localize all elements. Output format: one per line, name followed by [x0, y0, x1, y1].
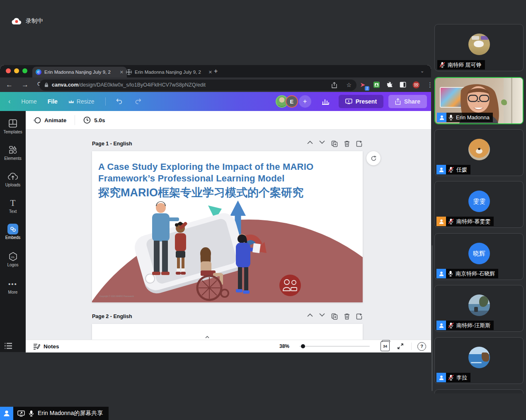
participant-tile[interactable]: 任媛: [434, 129, 524, 176]
elements-icon: [0, 145, 26, 155]
duplicate-page-icon[interactable]: [331, 313, 338, 320]
extensions-row: 2 ⋮: [359, 77, 433, 92]
sidebar-item-text[interactable]: T Text: [0, 198, 26, 214]
slide-title[interactable]: A Case Study Exploring the Impact of the…: [98, 161, 313, 200]
move-page-down-icon[interactable]: [319, 140, 325, 144]
participant-tile[interactable]: 南特师-汪斯斯: [434, 285, 524, 332]
participant-tile-active-speaker[interactable]: Erin Madonna: [434, 77, 524, 124]
grid-view-button[interactable]: 34: [381, 341, 390, 351]
participant-namebar: 李拉: [446, 373, 470, 382]
more-dots-icon: •••: [0, 279, 26, 289]
participant-tile[interactable]: 李拉: [434, 337, 524, 384]
pages-list-icon[interactable]: [4, 342, 13, 351]
recording-cloud-icon: [12, 18, 22, 25]
sidebar-item-templates[interactable]: Templates: [0, 118, 26, 134]
bookmark-star-icon[interactable]: ☆: [346, 82, 351, 88]
meeting-extension-icon[interactable]: [412, 81, 420, 89]
browser-tab-active[interactable]: C Erin Madonna Nanjing July 9, 2 ✕: [32, 67, 127, 77]
sidebar-item-embeds[interactable]: Embeds: [0, 224, 26, 240]
mic-icon: [448, 114, 453, 121]
browser-tab-inactive[interactable]: Erin Madonna Nanjing July 9, 2 ✕: [123, 67, 216, 77]
logos-icon: co.: [0, 251, 26, 261]
sidebar-item-elements[interactable]: Elements: [0, 145, 26, 161]
add-collaborator-button[interactable]: +: [299, 95, 311, 108]
add-page-icon[interactable]: [356, 313, 363, 320]
animate-button[interactable]: Animate: [33, 117, 66, 124]
minimize-window-button[interactable]: [14, 68, 19, 73]
share-arrow-icon: [395, 98, 401, 105]
forward-icon[interactable]: →: [22, 81, 29, 89]
share-page-icon[interactable]: [332, 82, 337, 88]
participant-avatar: 雯雯: [468, 191, 490, 212]
embeds-icon: [0, 224, 26, 234]
delete-page-icon[interactable]: [344, 313, 350, 320]
participant-name: 李拉: [456, 374, 467, 381]
address-bar[interactable]: canva.com /design/DAE0klw0x_s/lo1ByO4iFk…: [39, 80, 356, 91]
person-badge-icon: [439, 167, 444, 173]
back-chevron-icon[interactable]: ‹: [8, 98, 10, 105]
menu-resize[interactable]: Resize: [68, 98, 95, 105]
participant-namebar: 南特师 屈可铮: [437, 60, 485, 70]
new-tab-button[interactable]: +: [214, 68, 218, 75]
participant-type-badge: [436, 165, 446, 174]
tab-search-chevron-icon[interactable]: ⌄: [420, 68, 424, 74]
sidebar-item-uploads[interactable]: Uploads: [0, 171, 26, 187]
meeting-screen: 录制中 C Erin Madonna Nanjing July 9, 2 ✕ E…: [0, 0, 526, 420]
person-badge-icon: [439, 219, 444, 224]
browser-menu-icon[interactable]: ⋮: [427, 81, 433, 89]
participants-scrollbar[interactable]: [431, 245, 433, 391]
present-button[interactable]: Present: [339, 95, 383, 108]
move-page-down-icon[interactable]: [319, 313, 325, 317]
slide-page2[interactable]: [92, 324, 363, 340]
share-button[interactable]: Share: [388, 95, 427, 108]
participant-tile[interactable]: 晓辉 南京特师-石晓辉: [434, 233, 524, 280]
notes-button[interactable]: Notes: [33, 343, 59, 350]
mic-icon: [29, 410, 34, 417]
participant-avatar: [468, 294, 490, 316]
menu-file[interactable]: File: [48, 98, 58, 105]
participant-tile-partial[interactable]: [434, 389, 524, 393]
zoom-window-button[interactable]: [22, 68, 27, 73]
menu-home[interactable]: Home: [21, 98, 36, 105]
redo-icon[interactable]: [135, 98, 143, 105]
close-tab-icon[interactable]: ✕: [208, 70, 212, 75]
insights-icon[interactable]: [321, 98, 330, 105]
page2-label[interactable]: Page 2 - English: [92, 314, 132, 319]
duplicate-page-icon[interactable]: [331, 140, 338, 147]
participant-tile[interactable]: 雯雯 南特师-慕雯雯: [434, 181, 524, 228]
participant-tile[interactable]: 南特师 屈可铮: [434, 24, 524, 71]
collapse-panel-tab[interactable]: [198, 334, 217, 340]
screen-share-indicator[interactable]: Erin Madonna的屏幕共享: [0, 407, 109, 420]
extension-pointer-icon[interactable]: 2: [359, 81, 367, 89]
fullscreen-icon[interactable]: [397, 343, 404, 350]
slide-page1[interactable]: A Case Study Exploring the Impact of the…: [92, 151, 363, 302]
sidebar-item-logos[interactable]: co. Logos: [0, 251, 26, 267]
page1-label[interactable]: Page 1 - English: [92, 141, 132, 147]
refresh-embed-button[interactable]: [366, 151, 381, 165]
undo-icon[interactable]: [116, 98, 124, 105]
add-page-icon[interactable]: [356, 140, 363, 147]
canva-header: ‹ Home File Resize E + Present Share: [0, 92, 431, 111]
sidebar-item-more[interactable]: ••• More: [0, 279, 26, 294]
move-page-up-icon[interactable]: [307, 140, 313, 144]
participant-type-badge: [436, 321, 446, 330]
clock-icon: [83, 116, 91, 124]
extensions-puzzle-icon[interactable]: [385, 81, 394, 89]
participant-type-badge: [436, 217, 446, 226]
zoom-level[interactable]: 38%: [279, 343, 289, 349]
canva-statusbar: Notes 38% 34 ?: [26, 340, 431, 352]
participant-type-badge: [436, 269, 446, 278]
user-avatar[interactable]: E: [286, 95, 298, 108]
close-window-button[interactable]: [6, 68, 11, 73]
move-page-up-icon[interactable]: [307, 313, 313, 317]
extension-classroom-icon[interactable]: [372, 81, 381, 89]
help-button[interactable]: ?: [417, 342, 426, 351]
svg-text:co.: co.: [11, 255, 15, 258]
sidepanel-icon[interactable]: [399, 81, 407, 89]
back-icon[interactable]: ←: [6, 81, 13, 89]
zoom-slider-knob[interactable]: [301, 344, 305, 348]
zoom-slider[interactable]: [299, 346, 370, 347]
person-badge-icon: [439, 375, 444, 381]
delete-page-icon[interactable]: [344, 140, 350, 147]
duration-button[interactable]: 5.0s: [83, 116, 105, 124]
